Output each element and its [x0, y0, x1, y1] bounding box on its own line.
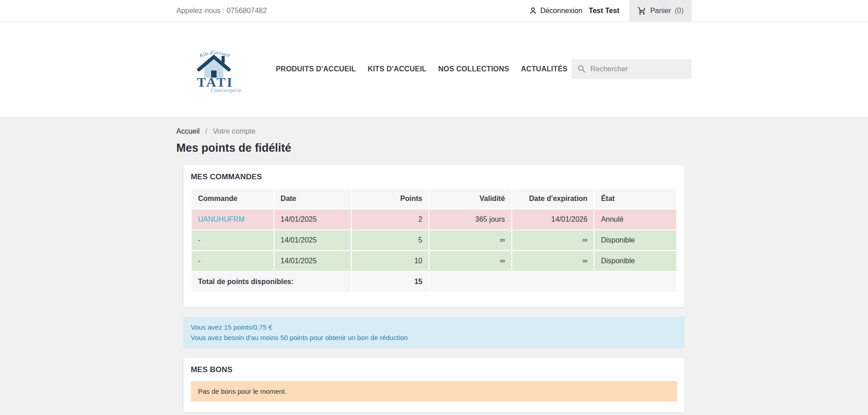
cell-etat: Disponible: [594, 230, 677, 251]
nav-item-produits-accueil[interactable]: PRODUITS D'ACCUEIL: [276, 65, 356, 73]
cell-date: 14/01/2025: [274, 230, 352, 251]
table-row: UANUHUFRM 14/01/2025 2 365 jours 14/01/2…: [191, 209, 677, 230]
cell-date: 14/01/2025: [274, 209, 352, 230]
breadcrumb-current: Votre compte: [213, 127, 255, 135]
cell-etat: Annulé: [594, 209, 677, 230]
header-date: Date: [274, 188, 352, 209]
footer-empty-cell: [429, 271, 677, 292]
nav-item-actualites[interactable]: ACTUALITÉS: [521, 65, 567, 73]
cart-count: (0): [675, 7, 684, 15]
cell-points: 10: [351, 251, 429, 271]
search-icon[interactable]: [577, 64, 587, 74]
person-icon: [528, 6, 538, 15]
breadcrumb-separator: /: [205, 127, 207, 135]
logout-link[interactable]: Déconnexion: [528, 6, 582, 15]
header-points: Points: [351, 188, 429, 209]
cell-expiration: ∞: [512, 251, 594, 271]
loyalty-points-table: Commande Date Points Validité Date d'exp…: [191, 188, 677, 293]
topbar-right: Déconnexion Test Test Panier (0): [528, 0, 692, 22]
breadcrumb: Accueil / Votre compte: [176, 127, 692, 135]
no-vouchers-alert: Pas de bons pour le moment.: [191, 381, 677, 401]
cart-button[interactable]: Panier (0): [629, 0, 692, 22]
table-header-row: Commande Date Points Validité Date d'exp…: [191, 188, 677, 209]
points-info-line1: Vous avez 15 points/0,75 €: [191, 322, 677, 332]
cell-etat: Disponible: [594, 251, 677, 271]
nav-item-nos-collections[interactable]: NOS COLLECTIONS: [438, 65, 509, 73]
cart-label: Panier: [650, 7, 671, 15]
page-title: Mes points de fidélité: [176, 141, 692, 154]
cell-validite: ∞: [429, 230, 512, 251]
logo-subtitle-text: Conciergerie: [211, 87, 241, 93]
phone-text: Appelez-nous : 0756807482: [176, 7, 267, 15]
cell-date: 14/01/2025: [274, 251, 352, 271]
logo-link[interactable]: Kits d'accueil TATI Conciergerie: [181, 43, 249, 95]
cell-commande: UANUHUFRM: [191, 209, 274, 230]
points-info-alert: Vous avez 15 points/0,75 € Vous avez bes…: [184, 317, 684, 348]
cell-commande: -: [191, 230, 274, 251]
search-box: [571, 59, 692, 79]
nav-item-kits-accueil[interactable]: KITS D'ACCUEIL: [368, 65, 426, 73]
cell-validite: 365 jours: [429, 209, 512, 230]
header-commande: Commande: [191, 188, 274, 209]
cart-icon: [637, 6, 646, 15]
main-nav: PRODUITS D'ACCUEIL KITS D'ACCUEIL NOS CO…: [276, 65, 567, 73]
logout-label: Déconnexion: [540, 7, 582, 15]
total-points-label: Total de points disponibles:: [191, 271, 351, 292]
topbar: Appelez-nous : 0756807482 Déconnexion Te…: [0, 0, 868, 22]
vouchers-card: MES BONS Pas de bons pour le moment.: [184, 358, 684, 412]
header-etat: État: [594, 188, 677, 209]
cell-expiration: 14/01/2026: [512, 209, 594, 230]
orders-card-title: MES COMMANDES: [191, 173, 677, 182]
cell-expiration: ∞: [512, 230, 594, 251]
cell-points: 5: [351, 230, 429, 251]
cell-points: 2: [351, 209, 429, 230]
main-content: Accueil / Votre compte Mes points de fid…: [0, 117, 868, 412]
header-validite: Validité: [429, 188, 512, 209]
breadcrumb-home[interactable]: Accueil: [176, 127, 200, 135]
vouchers-card-title: MES BONS: [191, 365, 677, 374]
order-reference-link[interactable]: UANUHUFRM: [198, 215, 245, 223]
table-row: - 14/01/2025 5 ∞ ∞ Disponible: [191, 230, 677, 251]
points-info-line2: Vous avez besoin d'au moins 50 points po…: [191, 332, 677, 343]
search-input[interactable]: [590, 65, 686, 73]
logo-image: Kits d'accueil TATI Conciergerie: [181, 43, 249, 93]
user-account-link[interactable]: Test Test: [589, 7, 619, 15]
orders-card: MES COMMANDES Commande Date Points Valid…: [184, 165, 684, 307]
table-row: - 14/01/2025 10 ∞ ∞ Disponible: [191, 251, 677, 271]
total-points-value: 15: [351, 271, 429, 292]
cell-validite: ∞: [429, 251, 512, 271]
site-header: Kits d'accueil TATI Conciergerie PRODUIT…: [0, 22, 868, 117]
table-footer-row: Total de points disponibles: 15: [191, 271, 677, 292]
cell-commande: -: [191, 251, 274, 271]
header-expiration: Date d'expiration: [512, 188, 594, 209]
